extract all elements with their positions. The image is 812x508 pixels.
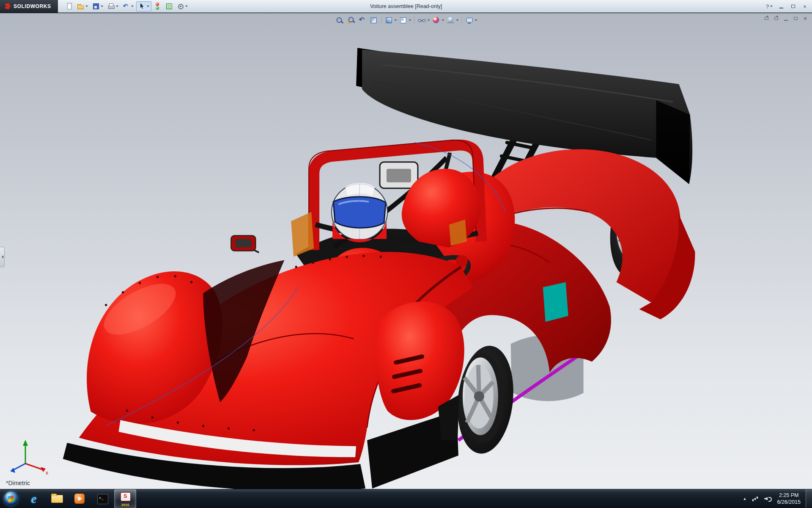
title-bar: SOLIDWORKS Voiture assemblee [Read-only]… bbox=[0, 0, 812, 13]
open-icon bbox=[77, 3, 84, 10]
media-player-icon bbox=[73, 492, 86, 505]
open-button[interactable] bbox=[75, 1, 90, 11]
view-orientation-label: *Dimetric bbox=[6, 480, 30, 486]
apply-scene-button[interactable] bbox=[446, 15, 460, 26]
orientation-triad: x bbox=[6, 437, 52, 478]
section-view-button[interactable] bbox=[368, 15, 379, 26]
brand-name: SOLIDWORKS bbox=[14, 3, 51, 9]
new-document-button[interactable] bbox=[64, 1, 74, 11]
open-dropdown-caret[interactable] bbox=[85, 6, 88, 7]
volume-icon[interactable] bbox=[764, 495, 771, 502]
zoom-to-fit-button[interactable] bbox=[334, 15, 345, 26]
window-title: Voiture assemblee [Read-only] bbox=[370, 0, 442, 13]
new-window-button[interactable] bbox=[762, 15, 771, 22]
select-button[interactable] bbox=[136, 1, 151, 11]
save-button[interactable] bbox=[91, 1, 105, 11]
view-orientation-icon bbox=[385, 16, 393, 25]
air-intake-box[interactable] bbox=[380, 162, 418, 188]
minimize-document-button[interactable] bbox=[782, 15, 790, 22]
maximize-button[interactable] bbox=[787, 2, 798, 11]
clock-time: 2:25 PM bbox=[777, 492, 801, 499]
toolbar-separator bbox=[414, 17, 415, 24]
taskbar-internet-explorer-button[interactable] bbox=[23, 489, 45, 508]
windows-orb-icon bbox=[4, 491, 18, 506]
rebuild-icon bbox=[154, 3, 161, 10]
windows-explorer-icon bbox=[50, 492, 63, 505]
maximize-icon bbox=[791, 5, 795, 8]
cascade-windows-button[interactable] bbox=[772, 15, 780, 22]
display-style-button[interactable] bbox=[398, 15, 412, 26]
taskbar-solidworks-2015-button[interactable]: 2015 bbox=[114, 489, 136, 508]
network-icon[interactable] bbox=[752, 495, 760, 502]
solidworks-2015-badge: 2015 bbox=[115, 503, 136, 507]
hide-show-items-dropdown-caret[interactable] bbox=[428, 19, 430, 21]
minimize-icon bbox=[779, 8, 783, 8]
restore-document-button[interactable] bbox=[791, 15, 800, 22]
undo-icon bbox=[123, 3, 130, 10]
start-button[interactable] bbox=[0, 489, 22, 508]
options-dropdown-caret[interactable] bbox=[185, 6, 188, 7]
select-dropdown-caret[interactable] bbox=[147, 6, 149, 7]
print-dropdown-caret[interactable] bbox=[116, 6, 118, 7]
cascade-icon bbox=[774, 17, 778, 20]
close-button[interactable]: × bbox=[799, 2, 810, 11]
previous-view-icon bbox=[358, 16, 367, 25]
system-tray: ▲ 2:25 PM 6/26/2015 bbox=[739, 489, 812, 508]
solidworks-logo-icon bbox=[4, 3, 11, 9]
rebuild-button[interactable] bbox=[152, 1, 163, 11]
view-settings-icon bbox=[465, 16, 474, 25]
close-icon: × bbox=[803, 3, 807, 10]
previous-view-button[interactable] bbox=[357, 15, 368, 26]
edit-appearance-dropdown-caret[interactable] bbox=[442, 19, 444, 21]
zoom-to-area-button[interactable] bbox=[346, 15, 357, 26]
edit-appearance-button[interactable] bbox=[431, 15, 445, 26]
window-controls: ? × bbox=[764, 0, 810, 13]
hide-show-items-button[interactable] bbox=[417, 15, 431, 26]
zoom-to-area-icon bbox=[347, 16, 355, 25]
close-document-button[interactable]: × bbox=[801, 15, 809, 22]
view-orientation-dropdown-caret[interactable] bbox=[395, 19, 397, 21]
internet-explorer-icon bbox=[27, 492, 40, 505]
file-properties-button[interactable] bbox=[164, 1, 174, 11]
main-toolbar bbox=[64, 1, 189, 11]
help-dropdown-caret[interactable] bbox=[770, 6, 773, 7]
taskbar-media-player-button[interactable] bbox=[69, 489, 91, 508]
document-window-controls: × bbox=[762, 15, 809, 22]
print-icon bbox=[107, 3, 115, 10]
side-mirror[interactable] bbox=[231, 236, 259, 253]
undo-dropdown-caret[interactable] bbox=[131, 6, 134, 7]
toolbar-separator bbox=[381, 17, 382, 24]
taskbar-windows-explorer-button[interactable] bbox=[46, 489, 68, 508]
help-button[interactable]: ? bbox=[764, 2, 775, 11]
graphics-viewport[interactable]: × x *Dimetric bbox=[0, 13, 812, 489]
view-settings-button[interactable] bbox=[464, 15, 478, 26]
display-style-icon bbox=[399, 16, 408, 25]
show-hidden-icons-button[interactable]: ▲ bbox=[739, 497, 750, 501]
new-window-icon bbox=[765, 17, 768, 20]
apply-scene-dropdown-caret[interactable] bbox=[456, 19, 459, 21]
view-orientation-button[interactable] bbox=[384, 15, 398, 26]
feature-panel-collapse-tab[interactable] bbox=[0, 247, 5, 267]
show-desktop-button[interactable] bbox=[806, 489, 812, 508]
taskbar-clock[interactable]: 2:25 PM 6/26/2015 bbox=[774, 492, 806, 505]
display-style-dropdown-caret[interactable] bbox=[409, 19, 411, 21]
undo-button[interactable] bbox=[121, 1, 135, 11]
options-button[interactable] bbox=[175, 1, 189, 11]
minimize-button[interactable] bbox=[776, 2, 787, 11]
edit-appearance-icon bbox=[432, 16, 441, 25]
minimize-document-icon bbox=[784, 20, 788, 21]
model-canvas[interactable] bbox=[0, 13, 812, 489]
taskbar-buttons: 2015 bbox=[0, 489, 136, 508]
taskbar-command-prompt-button[interactable] bbox=[91, 489, 113, 508]
print-button[interactable] bbox=[106, 1, 120, 11]
apply-scene-icon bbox=[447, 16, 455, 25]
save-dropdown-caret[interactable] bbox=[101, 6, 103, 7]
zoom-to-fit-icon bbox=[335, 16, 344, 25]
view-settings-dropdown-caret[interactable] bbox=[475, 19, 477, 21]
options-icon bbox=[177, 3, 184, 10]
command-prompt-icon bbox=[96, 492, 109, 505]
save-icon bbox=[92, 3, 99, 10]
select-icon bbox=[138, 3, 145, 10]
file-properties-icon bbox=[165, 3, 173, 10]
triad-x-label: x bbox=[46, 470, 48, 476]
